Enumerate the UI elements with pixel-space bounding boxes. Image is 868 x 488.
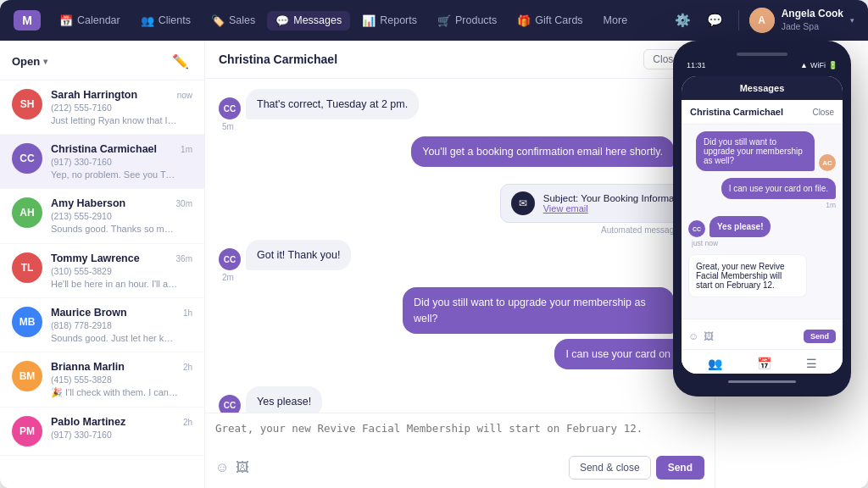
phone-message-row: I can use your card on file. 1m: [688, 178, 836, 209]
chat-messages: CC That's correct, Tuesday at 2 pm. 5m A…: [205, 79, 715, 413]
message-bubble: Yes please!: [246, 386, 322, 413]
list-item[interactable]: TL Tommy Lawrence 36m (310) 555-3829 He'…: [0, 244, 204, 298]
phone-menu-icon[interactable]: ☰: [806, 357, 817, 370]
nav-item-giftcards[interactable]: 🎁 Gift Cards: [509, 11, 591, 30]
emoji-icon[interactable]: ☺: [215, 460, 229, 475]
conv-filter[interactable]: Open ▾: [12, 55, 47, 68]
phone-notch: [737, 53, 787, 56]
list-item[interactable]: BM Brianna Marlin 2h (415) 555-3828 🎉 I'…: [0, 352, 204, 408]
message-row: I can use your card on file. 1m: [219, 339, 701, 381]
message-bubble: That's correct, Tuesday at 2 pm.: [246, 89, 419, 119]
top-nav: M 📅 Calendar 👥 Clients 🏷️ Sales 💬 Messag…: [0, 0, 868, 41]
avatar: CC: [12, 143, 42, 174]
nav-logo[interactable]: M: [14, 10, 41, 30]
chat-input-area: ☺ 🖼 Send & close Send: [205, 413, 715, 488]
nav-item-products[interactable]: 🛒 Products: [429, 11, 505, 30]
message-row: CC Got it! Thank you! 2m: [219, 240, 701, 282]
sales-icon: 🏷️: [211, 14, 225, 27]
phone-message-bubble: Yes please!: [709, 216, 771, 237]
message-row: AC Did you still want to upgrade your me…: [219, 287, 701, 333]
message-bubble: Did you still want to upgrade your membe…: [403, 287, 674, 333]
conversation-list: Open ▾ ✏️ SH Sarah Harrington now: [0, 41, 205, 488]
avatar: TL: [12, 252, 42, 283]
phone-input-area: ☺ 🖼 Send: [682, 319, 843, 349]
conv-info: Maurice Brown 1h (818) 778-2918 Sounds g…: [51, 307, 192, 343]
phone-contacts-icon[interactable]: 👥: [708, 357, 722, 370]
clients-icon: 👥: [141, 14, 154, 27]
conv-items: SH Sarah Harrington now (212) 555-7160 J…: [0, 80, 204, 488]
attachment-icon[interactable]: 🖼: [236, 460, 249, 475]
conv-list-header: Open ▾ ✏️: [0, 41, 204, 80]
avatar: CC: [688, 220, 705, 237]
avatar: SH: [12, 89, 42, 119]
conv-info: Amy Haberson 30m (213) 555-2910 Sounds g…: [51, 197, 192, 235]
reports-icon: 📊: [362, 14, 376, 27]
phone-home-indicator: [728, 380, 796, 383]
automated-message-row: ✉ Subject: Your Booking Information View…: [219, 184, 701, 235]
email-icon: ✉: [511, 191, 535, 215]
phone-calendar-icon[interactable]: 📅: [757, 357, 771, 370]
nav-item-more[interactable]: More: [595, 11, 636, 30]
phone-message-bubble: Did you still want to upgrade your membe…: [696, 131, 815, 171]
nav-item-clients[interactable]: 👥 Clients: [132, 11, 199, 30]
conv-info: Sarah Harrington now (212) 555-7160 Just…: [51, 89, 192, 125]
automated-message: ✉ Subject: Your Booking Information View…: [500, 184, 701, 223]
nav-item-reports[interactable]: 📊 Reports: [353, 11, 426, 30]
phone-nav-bar: Messages: [682, 76, 843, 100]
phone-chat-header: Christina Carmichael Close: [682, 100, 843, 125]
avatar: AH: [12, 197, 42, 228]
conv-info: Christina Carmichael 1m (917) 330-7160 Y…: [51, 143, 192, 180]
messages-icon: 💬: [275, 14, 289, 27]
list-item[interactable]: SH Sarah Harrington now (212) 555-7160 J…: [0, 80, 204, 135]
phone-close-button[interactable]: Close: [812, 108, 834, 117]
list-item[interactable]: CC Christina Carmichael 1m (917) 330-716…: [0, 135, 204, 189]
user-menu[interactable]: A Angela Cook Jade Spa ▾: [749, 8, 854, 33]
phone-emoji-icon[interactable]: ☺: [688, 330, 698, 342]
new-conversation-button[interactable]: ✏️: [169, 49, 192, 73]
phone-mockup: 11:31 ▲ WiFi 🔋 Messages Christina Carmic…: [673, 41, 851, 396]
avatar: CC: [219, 97, 241, 119]
conv-info: Pablo Martinez 2h (917) 330-7160: [51, 416, 192, 442]
chat-bubble-button[interactable]: 💬: [703, 8, 728, 33]
avatar: AC: [819, 154, 836, 171]
avatar: CC: [219, 248, 241, 270]
message-bubble: Got it! Thank you!: [246, 240, 351, 270]
phone-typing-text: Great, your new Revive Facial Membership…: [688, 254, 807, 297]
message-row: CC Yes please! just now: [219, 386, 701, 413]
list-item[interactable]: PM Pablo Martinez 2h (917) 330-7160: [0, 408, 204, 456]
message-bubble: You'll get a booking confirmation email …: [411, 136, 674, 167]
avatar: MB: [12, 307, 42, 337]
message-input[interactable]: [215, 422, 704, 447]
phone-status-bar: 11:31 ▲ WiFi 🔋: [682, 61, 843, 69]
settings-button[interactable]: ⚙️: [670, 8, 696, 33]
chat-header: Christina Carmichael Close ✓: [205, 41, 715, 79]
message-row: CC That's correct, Tuesday at 2 pm. 5m: [219, 89, 701, 131]
phone-bottom-nav: 👥 📅 ☰: [682, 349, 843, 374]
conv-info: Tommy Lawrence 36m (310) 555-3829 He'll …: [51, 252, 192, 289]
message-row: AC You'll get a booking confirmation ema…: [219, 136, 701, 179]
nav-item-messages[interactable]: 💬 Messages: [267, 11, 350, 30]
nav-item-sales[interactable]: 🏷️ Sales: [203, 11, 264, 30]
send-button[interactable]: Send: [656, 456, 704, 480]
send-close-button[interactable]: Send & close: [569, 456, 651, 480]
nav-item-calendar[interactable]: 📅 Calendar: [51, 11, 129, 30]
list-item[interactable]: AH Amy Haberson 30m (213) 555-2910 Sound…: [0, 189, 204, 244]
products-icon: 🛒: [437, 14, 451, 27]
phone-send-button[interactable]: Send: [804, 330, 836, 343]
phone-message-row: AC Did you still want to upgrade your me…: [688, 131, 836, 171]
user-menu-chevron: ▾: [850, 16, 854, 25]
filter-chevron-icon: ▾: [43, 57, 47, 66]
nav-right: ⚙️ 💬 A Angela Cook Jade Spa ▾: [670, 8, 854, 33]
phone-message-bubble: I can use your card on file.: [721, 178, 836, 199]
avatar: A: [749, 8, 775, 33]
conv-info: Brianna Marlin 2h (415) 555-3828 🎉 I'll …: [51, 361, 192, 398]
avatar: BM: [12, 361, 42, 391]
list-item[interactable]: MB Maurice Brown 1h (818) 778-2918 Sound…: [0, 298, 204, 352]
phone-attachment-icon[interactable]: 🖼: [704, 330, 714, 342]
view-email-link[interactable]: View email: [543, 203, 690, 214]
phone-message-row: CC Yes please! just now: [688, 216, 836, 247]
nav-divider: [738, 10, 739, 30]
giftcards-icon: 🎁: [517, 14, 531, 27]
user-info: Angela Cook Jade Spa: [782, 8, 843, 32]
avatar: CC: [219, 395, 241, 413]
